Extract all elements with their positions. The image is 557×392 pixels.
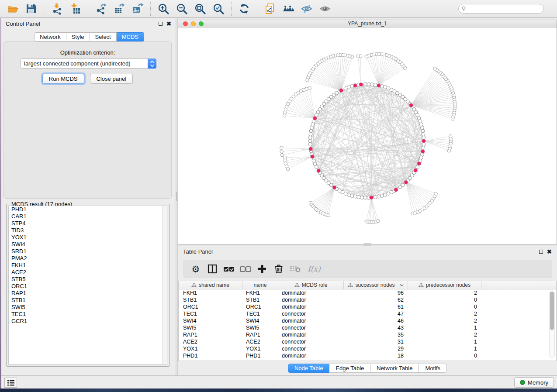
refresh-icon[interactable] (238, 2, 251, 15)
network-node[interactable] (377, 195, 381, 198)
network-hub-node[interactable] (404, 180, 408, 184)
sort-chevron-icon[interactable] (400, 284, 404, 286)
table-cell[interactable]: 0 (408, 303, 481, 310)
table-cell[interactable]: 61 (344, 303, 408, 310)
mcds-result-list[interactable]: PHD1CAR1STP4TID3YOX1SWI4SRD1PMA2FKH1ACE2… (8, 206, 167, 364)
table-cell[interactable]: FKH1 (179, 289, 242, 296)
mcds-result-item[interactable]: CAR1 (9, 213, 167, 220)
close-panel-icon[interactable]: ✖ (166, 22, 171, 26)
network-hub-node[interactable] (317, 169, 321, 173)
table-settings-icon[interactable]: ⚙ (189, 262, 202, 275)
table-cell[interactable]: 62 (344, 296, 408, 303)
network-node[interactable] (357, 196, 360, 199)
network-hub-node[interactable] (394, 188, 398, 192)
column-header-successor-nodes[interactable]: successor nodes (344, 281, 408, 289)
table-cell[interactable]: TEC1 (179, 310, 242, 317)
show-all-icon[interactable] (318, 2, 332, 15)
network-hub-node[interactable] (377, 83, 381, 87)
table-cell[interactable]: 46 (344, 317, 408, 324)
network-node[interactable] (309, 129, 313, 133)
table-cell[interactable]: FKH1 (242, 289, 278, 296)
mcds-result-item[interactable]: TEC1 (9, 311, 167, 318)
close-panel-icon[interactable]: ✖ (547, 250, 552, 254)
network-node[interactable] (284, 108, 287, 111)
table-cell[interactable]: 29 (344, 345, 408, 352)
table-cell[interactable]: 43 (344, 324, 408, 331)
table-cell[interactable]: 35 (344, 331, 408, 338)
mcds-result-item[interactable]: GCR1 (9, 318, 167, 325)
network-node[interactable] (420, 126, 424, 130)
table-cell[interactable]: 2 (408, 331, 481, 338)
column-header-shared-name[interactable]: shared name (179, 281, 242, 289)
network-node[interactable] (311, 123, 315, 126)
table-cell[interactable]: 96 (344, 289, 408, 296)
table-cell[interactable]: dominator (278, 289, 344, 296)
network-node[interactable] (283, 114, 286, 117)
table-cell[interactable]: 31 (344, 338, 408, 345)
network-node[interactable] (434, 192, 438, 196)
network-hub-node[interactable] (422, 139, 426, 143)
column-header-name[interactable]: name (242, 281, 278, 289)
table-cell[interactable]: 1 (408, 345, 481, 352)
network-node[interactable] (401, 183, 405, 187)
mcds-result-item[interactable]: YOX1 (9, 234, 167, 241)
select-all-checkboxes-icon[interactable] (222, 262, 235, 275)
network-node[interactable] (365, 55, 368, 58)
mcds-result-item[interactable]: TID3 (9, 227, 167, 234)
column-layout-icon[interactable] (206, 262, 219, 275)
network-node[interactable] (280, 150, 284, 153)
float-panel-icon[interactable] (539, 250, 543, 254)
criterion-dropdown[interactable]: largest connected component (undirected) (20, 58, 156, 69)
network-node[interactable] (350, 194, 354, 197)
table-row[interactable]: PHD1PHD1dominator180 (179, 352, 556, 359)
table-cell[interactable]: ORC1 (179, 303, 242, 310)
table-cell[interactable]: SWI5 (242, 324, 278, 331)
deselect-all-checkboxes-icon[interactable] (239, 262, 252, 275)
network-node[interactable] (370, 83, 374, 86)
network-hub-node[interactable] (309, 147, 313, 151)
table-cell[interactable]: connector (278, 310, 344, 317)
network-node[interactable] (327, 213, 330, 217)
import-network-icon[interactable] (50, 2, 63, 15)
zoom-in-icon[interactable] (157, 2, 170, 15)
table-cell[interactable]: 1 (408, 324, 481, 331)
table-row[interactable]: RAP1RAP1dominator352 (179, 331, 556, 338)
network-node[interactable] (309, 133, 312, 136)
network-node[interactable] (329, 183, 333, 187)
task-history-button[interactable] (4, 378, 17, 388)
open-file-icon[interactable] (6, 2, 19, 15)
network-node[interactable] (419, 123, 423, 126)
table-row[interactable]: SWI4SWI4dominator462 (179, 317, 556, 324)
table-cell[interactable]: 0 (408, 352, 481, 359)
network-node[interactable] (308, 143, 312, 146)
table-cell[interactable]: 18 (344, 352, 408, 359)
network-node[interactable] (416, 165, 419, 168)
table-cell[interactable]: ACE2 (242, 338, 278, 345)
column-header-MCDS-role[interactable]: MCDS role (278, 281, 344, 289)
network-node[interactable] (344, 87, 347, 90)
export-table-icon[interactable] (113, 2, 126, 15)
table-cell[interactable]: RAP1 (179, 331, 242, 338)
network-node[interactable] (380, 194, 384, 197)
first-neighbors-icon[interactable] (282, 2, 295, 15)
run-mcds-button[interactable]: Run MCDS (42, 74, 84, 84)
network-node[interactable] (308, 136, 312, 139)
network-node[interactable] (353, 195, 357, 198)
network-node[interactable] (384, 86, 387, 89)
tab-mcds[interactable]: MCDS (117, 32, 144, 41)
table-cell[interactable]: YOX1 (242, 345, 278, 352)
network-node[interactable] (308, 139, 312, 143)
tab-node-table[interactable]: Node Table (288, 364, 330, 373)
network-hub-node[interactable] (421, 150, 425, 154)
network-node[interactable] (356, 55, 360, 58)
table-cell[interactable]: dominator (278, 303, 344, 310)
table-cell[interactable]: SWI5 (179, 324, 242, 331)
network-hub-node[interactable] (370, 196, 374, 199)
tab-edge-table[interactable]: Edge Table (329, 364, 370, 373)
network-node[interactable] (387, 87, 390, 90)
column-header-predecessor-nodes[interactable]: predecessor nodes (408, 281, 481, 289)
import-table-icon[interactable] (69, 2, 82, 15)
network-hub-node[interactable] (417, 162, 421, 165)
network-node[interactable] (377, 220, 380, 223)
mcds-result-item[interactable]: SWI5 (9, 304, 167, 311)
